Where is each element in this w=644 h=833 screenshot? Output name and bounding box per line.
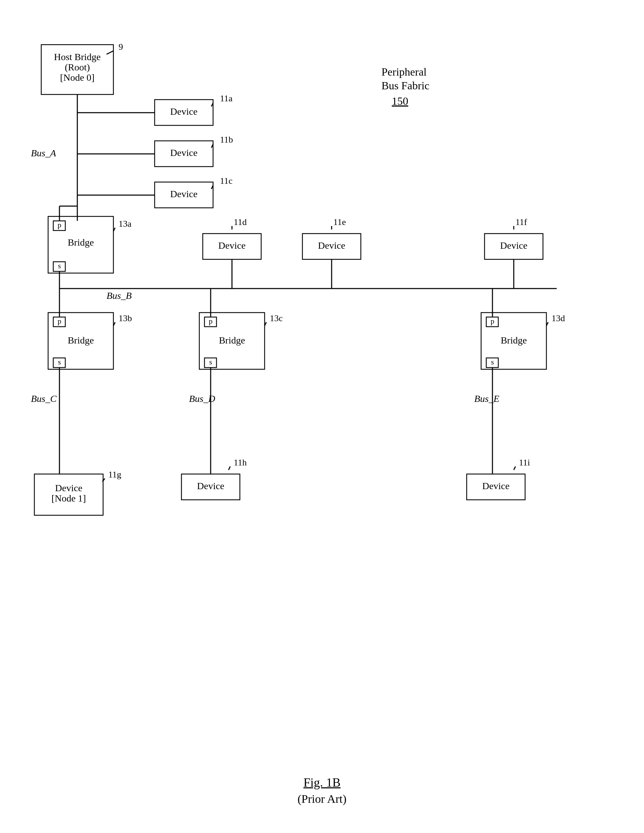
bridge-13b-p-label: p (58, 317, 61, 325)
device-11f-label: Device (500, 240, 527, 251)
ref-11b: 11b (220, 135, 233, 145)
ref11h-line (229, 466, 230, 470)
device-11e-label: Device (318, 240, 345, 251)
device-11i-label: Device (482, 481, 509, 491)
ref-13c: 13c (270, 313, 283, 323)
bus-d-label: Bus_D (189, 393, 215, 404)
bridge-13a-s-label: s (58, 261, 61, 270)
diagram-svg: text { font-family: 'Times New Roman', T… (21, 14, 622, 769)
ref-13a: 13a (119, 219, 132, 229)
bus-c-label: Bus_C (31, 393, 57, 404)
bridge-13c-s-label: s (209, 358, 213, 366)
ref-11h: 11h (234, 458, 247, 468)
bridge-13c-label: Bridge (219, 335, 245, 346)
diagram-container: text { font-family: 'Times New Roman', T… (21, 14, 622, 769)
device-11g-label2: [Node 1] (52, 493, 86, 503)
figure-label: Fig. 1B (298, 775, 347, 790)
device-11c-label: Device (170, 188, 197, 199)
host-bridge-label2: (Root) (64, 62, 90, 72)
ref-13d: 13d (552, 313, 565, 323)
peripheral-bus-label: Peripheral (382, 66, 427, 78)
ref11i-line (514, 466, 515, 470)
ref-11a: 11a (220, 93, 233, 103)
bus-a-label: Bus_A (31, 148, 56, 158)
device-11d-label: Device (218, 240, 245, 251)
bridge-13d-label: Bridge (501, 335, 527, 346)
device-11g-label1: Device (55, 482, 82, 493)
bridge-13d-p-label: p (491, 317, 494, 325)
ref-11d: 11d (234, 217, 247, 227)
ref-9: 9 (119, 42, 123, 52)
ref-11i: 11i (519, 458, 530, 468)
bridge-13c-p-label: p (209, 317, 213, 325)
host-bridge-label1: Host Bridge (54, 51, 101, 62)
ref-11e: 11e (333, 217, 346, 227)
device-11b-label: Device (170, 147, 197, 158)
device-11h-label: Device (197, 481, 224, 491)
figure-sub: (Prior Art) (298, 793, 347, 806)
figure-caption: Fig. 1B (Prior Art) (298, 775, 347, 806)
bridge-13b-label: Bridge (68, 335, 94, 346)
ref-11g: 11g (108, 470, 121, 479)
ref-11c: 11c (220, 176, 233, 186)
host-bridge-label3: [Node 0] (60, 72, 95, 83)
bridge-13a-label: Bridge (68, 237, 94, 248)
bridge-13b-s-label: s (58, 358, 61, 366)
bus-e-label: Bus_E (474, 393, 499, 404)
ref-13b: 13b (119, 313, 132, 323)
ref-11f: 11f (515, 217, 527, 227)
bridge-13d-s-label: s (491, 358, 494, 366)
bus-b-label: Bus_B (106, 290, 132, 301)
bus-fabric-number: 150 (392, 95, 408, 107)
bus-fabric-label: Bus Fabric (382, 79, 430, 92)
device-11a-label: Device (170, 106, 197, 117)
bridge-13a-p-label: p (58, 220, 61, 229)
